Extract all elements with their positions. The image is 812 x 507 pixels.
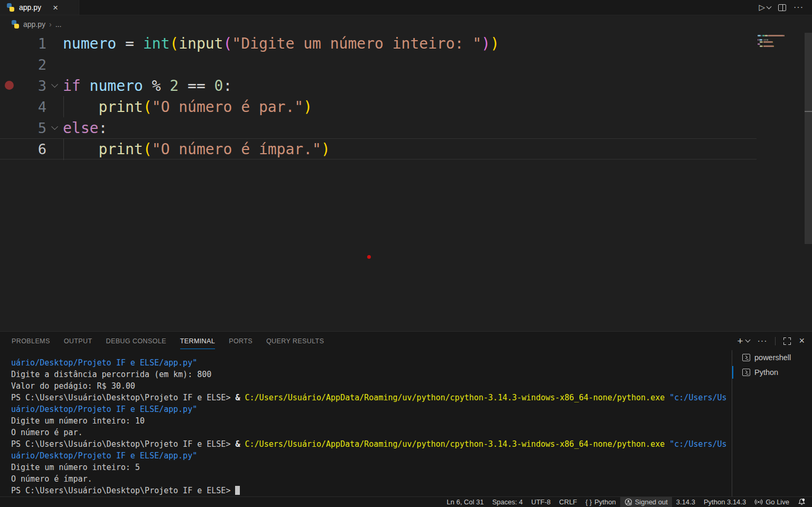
status-bar: Ln 6, Col 31Spaces: 4UTF-8CRLF{ }PythonS… [0,496,812,507]
editor-scrollbar[interactable] [805,33,812,244]
fold-zone [46,96,63,117]
terminal-line: Digite a distância percorrida (em km): 8… [11,369,732,380]
line-number: 1 [0,33,46,54]
split-editor-icon[interactable] [778,4,786,11]
bell-icon [798,498,806,506]
code-text: print("O número é par.") [63,98,312,116]
panel-tab-debug-console[interactable]: DEBUG CONSOLE [106,333,166,349]
divider [775,337,776,345]
minimap-line [784,35,785,36]
panel-actions: + ··· × [737,335,805,347]
terminal-line: uário/Desktop/Projeto IF e ELSE/app.py" [11,450,732,462]
line-number: 6 [0,138,46,159]
panel-tab-terminal[interactable]: TERMINAL [180,333,215,349]
more-actions-icon[interactable]: ··· [794,3,804,12]
status-cursor-position[interactable]: Ln 6, Col 31 [443,497,488,507]
terminal-cursor [235,486,240,495]
terminal-line: O número é ímpar. [11,473,732,485]
code-line[interactable]: 5else: [0,117,757,138]
fold-zone [46,54,63,75]
status-accounts[interactable]: Signed out [620,497,672,507]
editor-actions: ▷ ··· [759,0,812,15]
minimap-line [768,39,768,41]
terminal-list-item-powershell[interactable]: powershell [732,350,812,365]
code-text: numero = int(input("Digite um número int… [63,35,499,52]
status-extension-version[interactable]: 3.14.3 [672,497,699,507]
breakpoint-dot[interactable] [5,81,14,90]
chevron-down-icon [767,4,772,9]
minimap-line [758,39,759,41]
braces-icon: { } [585,499,592,506]
terminal-line: Valor do pedágio: R$ 30.00 [11,380,732,392]
bottom-panel: PROBLEMSOUTPUTDEBUG CONSOLETERMINALPORTS… [0,331,812,496]
terminal-list: powershellPython [732,350,812,497]
status-python-interpreter[interactable]: Python 3.14.3 [699,497,750,507]
code-text: if numero % 2 == 0: [63,77,232,95]
python-file-icon [11,20,20,29]
breadcrumb-symbol[interactable]: ... [55,20,62,29]
terminal-output[interactable]: uário/Desktop/Projeto IF e ELSE/app.py"D… [0,350,732,497]
overview-ruler-mark [805,111,812,112]
panel-tab-query-results[interactable]: QUERY RESULTS [266,333,324,349]
terminal-line: PS C:\Users\Usuário\Desktop\Projeto IF e… [11,392,732,403]
code-line[interactable]: 1numero = int(input("Digite um número in… [0,33,757,54]
code-line[interactable]: 3if numero % 2 == 0: [0,75,757,96]
panel-tabs: PROBLEMSOUTPUTDEBUG CONSOLETERMINALPORTS… [12,333,324,349]
status-notifications[interactable] [794,497,810,507]
terminal-list-item-python[interactable]: Python [732,365,812,380]
new-terminal-button[interactable]: + [737,335,749,347]
code-editor[interactable]: 1numero = int(input("Digite um número in… [0,33,812,331]
line-number: 2 [0,54,46,75]
status-go-live[interactable]: Go Live [750,497,794,507]
fold-chevron-icon[interactable] [51,81,58,88]
minimap[interactable] [757,33,804,331]
code-line[interactable]: 2 [0,54,757,75]
broadcast-icon [754,499,763,505]
panel-tab-ports[interactable]: PORTS [229,333,253,349]
panel-header: PROBLEMSOUTPUTDEBUG CONSOLETERMINALPORTS… [0,332,812,350]
breadcrumb-file[interactable]: app.py [23,20,45,29]
maximize-panel-icon[interactable] [783,337,791,345]
minimap-line [764,39,765,41]
minimap-line [768,35,783,36]
status-encoding[interactable]: UTF-8 [527,497,555,507]
account-icon [624,498,632,506]
fold-zone [46,33,63,54]
status-indentation[interactable]: Spaces: 4 [488,497,527,507]
fold-zone [46,117,63,138]
line-number: 3 [0,75,46,96]
tab-close-icon[interactable]: × [53,3,58,12]
minimap-line [772,41,773,43]
minimap-line [758,35,761,36]
minimap-line [773,45,774,47]
panel-tab-problems[interactable]: PROBLEMS [12,333,50,349]
line-number: 5 [0,117,46,138]
line-number: 4 [0,96,46,117]
run-python-button[interactable]: ▷ [759,3,771,12]
editor-tab-bar: app.py × ▷ ··· [0,0,812,15]
recording-dot [367,255,371,259]
code-text: print("O número é ímpar.") [63,140,330,158]
minimap-line [759,39,762,41]
plus-icon: + [737,335,743,347]
tab-app-py[interactable]: app.py × [0,0,79,15]
fold-chevron-icon[interactable] [51,123,58,130]
terminal-line: Digite um número inteiro: 5 [11,462,732,473]
code-line[interactable]: 4 print("O número é par.") [0,96,757,117]
panel-more-icon[interactable]: ··· [758,336,768,346]
status-language-mode[interactable]: { }Python [581,497,620,507]
close-panel-icon[interactable]: × [799,335,805,346]
terminal-line: PS C:\Users\Usuário\Desktop\Projeto IF e… [11,438,732,450]
terminal-line: O número é par. [11,427,732,438]
code-line[interactable]: 6 print("O número é ímpar.") [0,138,757,159]
status-eol[interactable]: CRLF [555,497,581,507]
breadcrumb: app.py › ... [0,15,812,33]
minimap-line [763,41,773,43]
terminal-line: Digite um número inteiro: 10 [11,415,732,427]
fold-zone [46,75,63,96]
run-icon: ▷ [759,3,765,12]
terminal-line: PS C:\Users\Usuário\Desktop\Projeto IF e… [11,485,732,496]
panel-tab-output[interactable]: OUTPUT [64,333,92,349]
fold-zone [46,138,63,159]
breadcrumb-separator: › [49,20,52,29]
